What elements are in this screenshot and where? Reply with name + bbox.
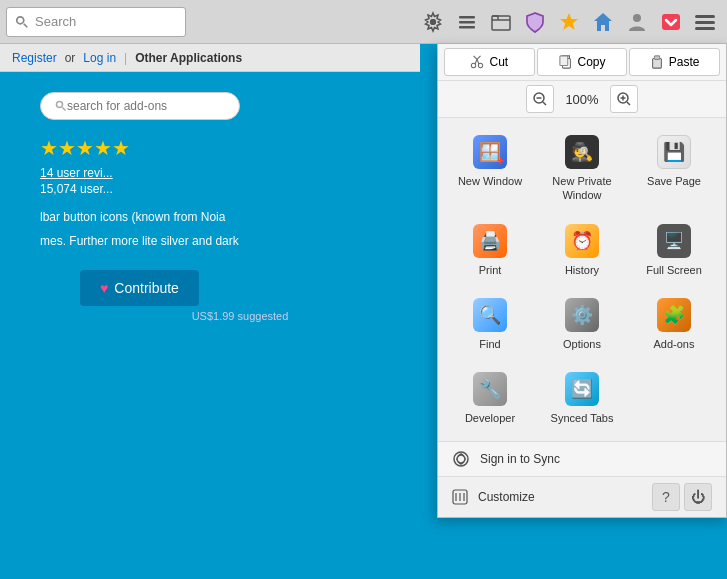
user-count: 15,074 user... (40, 182, 400, 196)
star-toolbar-icon[interactable] (553, 6, 585, 38)
sign-in-label: Sign in to Sync (480, 452, 560, 466)
new-private-window-icon: 🕵️ (564, 134, 600, 170)
help-button[interactable]: ? (652, 483, 680, 511)
save-page-icon: 💾 (656, 134, 692, 170)
list-toolbar-icon[interactable] (451, 6, 483, 38)
copy-label: Copy (578, 55, 606, 69)
copy-button[interactable]: Copy (537, 48, 628, 76)
svg-rect-12 (695, 15, 715, 18)
clipboard-row: Cut Copy Paste (438, 44, 726, 81)
full-screen-item[interactable]: 🖥️ Full Screen (630, 215, 718, 285)
svg-point-3 (430, 19, 436, 25)
svg-line-20 (477, 59, 479, 64)
addons-item[interactable]: 🧩 Add-ons (630, 289, 718, 359)
contribute-label: Contribute (114, 280, 179, 296)
contribute-suggested: US$1.99 suggested (80, 310, 400, 322)
svg-line-29 (627, 102, 630, 105)
svg-rect-13 (695, 21, 715, 24)
new-window-label: New Window (458, 174, 522, 188)
heart-icon: ♥ (100, 280, 108, 296)
customize-label[interactable]: Customize (478, 490, 642, 504)
find-icon: 🔍 (472, 297, 508, 333)
svg-point-15 (57, 102, 63, 108)
svg-rect-22 (559, 56, 567, 66)
print-icon: 🖨️ (472, 223, 508, 259)
register-link[interactable]: Register (12, 51, 57, 65)
separator: | (124, 51, 127, 65)
reviews-link[interactable]: 14 user revi... (40, 166, 400, 180)
login-link[interactable]: Log in (83, 51, 116, 65)
new-private-label: New PrivateWindow (552, 174, 611, 203)
synced-tabs-label: Synced Tabs (551, 411, 614, 425)
synced-tabs-icon: 🔄 (564, 371, 600, 407)
description-line1: lbar button icons (known from Noia (40, 208, 380, 226)
search-addons-input[interactable] (67, 99, 207, 113)
home-toolbar-icon[interactable] (587, 6, 619, 38)
svg-rect-23 (652, 59, 661, 69)
search-addons-bar[interactable] (40, 92, 240, 120)
zoom-row: 100% (438, 81, 726, 118)
search-bar[interactable]: Search (6, 7, 186, 37)
paste-icon (650, 55, 664, 69)
options-icon: ⚙️ (564, 297, 600, 333)
description-line2: mes. Further more lite silver and dark (40, 232, 380, 250)
stars-display: ★★★★★ (40, 136, 400, 160)
new-private-window-item[interactable]: 🕵️ New PrivateWindow (538, 126, 626, 211)
contribute-button[interactable]: ♥ Contribute (80, 270, 199, 306)
tab-toolbar-icon[interactable] (485, 6, 517, 38)
svg-line-19 (476, 59, 478, 64)
svg-marker-8 (560, 13, 578, 30)
copy-icon (559, 55, 573, 69)
history-item[interactable]: ⏰ History (538, 215, 626, 285)
history-icon: ⏰ (564, 223, 600, 259)
zoom-in-button[interactable] (610, 85, 638, 113)
customize-icon (452, 489, 468, 505)
synced-tabs-item[interactable]: 🔄 Synced Tabs (538, 363, 626, 433)
full-screen-label: Full Screen (646, 263, 702, 277)
paste-label: Paste (669, 55, 700, 69)
new-window-icon: 🪟 (472, 134, 508, 170)
addons-label: Add-ons (654, 337, 695, 351)
menu-grid: 🪟 New Window 🕵️ New PrivateWindow 💾 Save… (438, 118, 726, 442)
developer-icon: 🔧 (472, 371, 508, 407)
full-screen-icon: 🖥️ (656, 223, 692, 259)
navbar: Register or Log in | Other Applications (0, 44, 420, 72)
search-addons-icon (55, 100, 67, 112)
customize-buttons: ? ⏻ (652, 483, 712, 511)
power-button[interactable]: ⏻ (684, 483, 712, 511)
options-item[interactable]: ⚙️ Options (538, 289, 626, 359)
sync-icon (452, 450, 470, 468)
find-item[interactable]: 🔍 Find (446, 289, 534, 359)
pocket-toolbar-icon[interactable] (655, 6, 687, 38)
save-page-item[interactable]: 💾 Save Page (630, 126, 718, 211)
svg-marker-9 (594, 13, 612, 31)
zoom-in-icon (616, 91, 632, 107)
svg-point-18 (479, 63, 483, 67)
svg-rect-6 (459, 26, 475, 29)
sign-in-sync-row[interactable]: Sign in to Sync (438, 442, 726, 477)
customize-row: Customize ? ⏻ (438, 477, 726, 517)
menu-toolbar-icon[interactable] (689, 6, 721, 38)
new-window-item[interactable]: 🪟 New Window (446, 126, 534, 211)
shield-toolbar-icon[interactable] (519, 6, 551, 38)
gear-toolbar-icon[interactable] (417, 6, 449, 38)
svg-rect-7 (492, 16, 510, 30)
addons-icon: 🧩 (656, 297, 692, 333)
print-item[interactable]: 🖨️ Print (446, 215, 534, 285)
find-label: Find (479, 337, 500, 351)
svg-rect-11 (662, 14, 680, 30)
svg-rect-24 (654, 56, 659, 60)
paste-button[interactable]: Paste (629, 48, 720, 76)
history-label: History (565, 263, 599, 277)
cut-button[interactable]: Cut (444, 48, 535, 76)
developer-item[interactable]: 🔧 Developer (446, 363, 534, 433)
page-content: ★★★★★ 14 user revi... 15,074 user... lba… (0, 72, 420, 579)
zoom-out-icon (532, 91, 548, 107)
options-label: Options (563, 337, 601, 351)
svg-point-0 (17, 16, 24, 23)
zoom-out-button[interactable] (526, 85, 554, 113)
svg-rect-4 (459, 16, 475, 19)
save-page-label: Save Page (647, 174, 701, 188)
print-label: Print (479, 263, 502, 277)
person-toolbar-icon[interactable] (621, 6, 653, 38)
